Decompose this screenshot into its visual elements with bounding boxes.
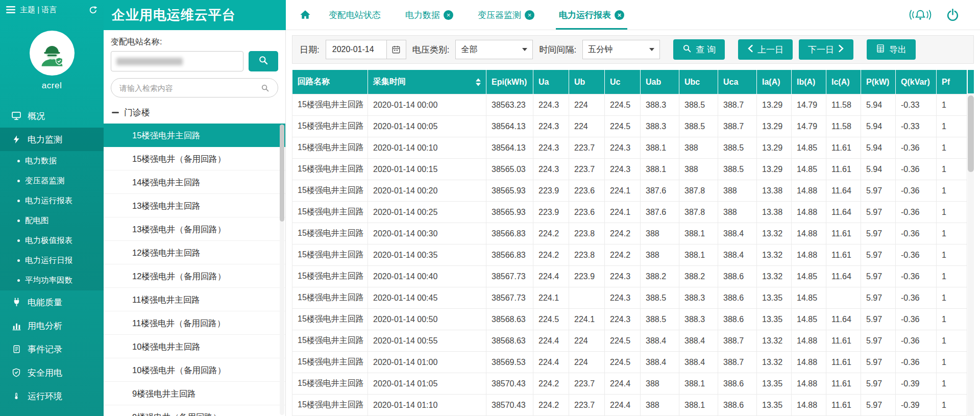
cell-ia: 13.32 xyxy=(757,223,792,244)
cell-ub: 223.7 xyxy=(569,159,605,180)
tree-filter-input[interactable] xyxy=(119,84,261,92)
cell-ub: 223.7 xyxy=(569,137,605,159)
cell-ubc: 388.3 xyxy=(679,309,718,330)
station-search-button[interactable] xyxy=(249,51,278,71)
cell-epi: 38565.93 xyxy=(486,202,533,223)
cell-uc: 224.3 xyxy=(605,137,641,159)
tree-item-circuit[interactable]: 9楼强电井（备用回路） xyxy=(104,405,285,416)
cell-q: -0.36 xyxy=(896,137,937,159)
sidebar-subitem[interactable]: 变压器监测 xyxy=(0,171,104,191)
tab-bar: 变配电站状态 电力数据 变压器监测 电力运行报表 xyxy=(286,0,980,30)
sidebar-item-label: 电力监测 xyxy=(28,134,62,145)
tab-power-report[interactable]: 电力运行报表 xyxy=(556,0,627,30)
cell-uab: 387.6 xyxy=(641,180,679,202)
sidebar-subitem[interactable]: 电力运行报表 xyxy=(0,191,104,211)
tree-item-circuit[interactable]: 13楼强电井主回路 xyxy=(104,194,285,217)
tree-item-circuit[interactable]: 10楼强电井主回路 xyxy=(104,335,285,358)
tree-item-circuit[interactable]: 11楼强电井（备用回路） xyxy=(104,311,285,335)
cell-ia: 13.38 xyxy=(757,202,792,223)
cell-ib: 14.85 xyxy=(792,137,826,159)
cell-ua: 224.4 xyxy=(533,266,569,287)
sidebar-subitem[interactable]: 电力数据 xyxy=(0,151,104,171)
sidebar-item-usage-analysis[interactable]: 用电分析 xyxy=(0,314,104,337)
tree-root-node[interactable]: 门诊楼 xyxy=(104,101,285,124)
tree-item-circuit[interactable]: 9楼强电井主回路 xyxy=(104,382,285,405)
cell-ub: 223.7 xyxy=(569,395,605,416)
cell-epi: 38568.63 xyxy=(486,309,533,330)
tab-transformer-monitoring[interactable]: 变压器监测 xyxy=(475,0,537,30)
sidebar-item-safety[interactable]: 安全用电 xyxy=(0,361,104,384)
cell-ubc: 387.8 xyxy=(679,180,718,202)
tree-item-circuit[interactable]: 11楼强电井主回路 xyxy=(104,288,285,311)
home-icon[interactable] xyxy=(299,9,311,20)
tree-item-circuit[interactable]: 15楼强电井（备用回路） xyxy=(104,147,285,170)
prev-day-button[interactable]: 上一日 xyxy=(738,39,793,60)
cell-p: 5.94 xyxy=(861,159,896,180)
date-input[interactable]: 2020-01-14 xyxy=(326,45,386,54)
theme-language-link[interactable]: 主题 | 语言 xyxy=(20,5,57,15)
cell-q: -0.36 xyxy=(896,244,937,266)
cell-uab: 388.5 xyxy=(641,309,679,330)
sidebar-subitem[interactable]: 平均功率因数 xyxy=(0,271,104,290)
cell-ic: 11.61 xyxy=(826,137,861,159)
station-name-input[interactable] xyxy=(111,51,243,71)
tree-item-circuit[interactable]: 12楼强电井（备用回路） xyxy=(104,264,285,288)
table-scrollbar-thumb[interactable] xyxy=(968,95,974,172)
tree-scrollbar-thumb[interactable] xyxy=(280,125,284,222)
cell-ubc: 388.1 xyxy=(679,373,718,395)
tab-power-data[interactable]: 电力数据 xyxy=(402,0,456,30)
table-row: 15楼强电井主回路 2020-01-14 00:40 38567.73 224.… xyxy=(292,266,967,287)
sidebar-subitem[interactable]: 配电图 xyxy=(0,211,104,231)
close-icon[interactable] xyxy=(525,10,534,20)
table-row: 15楼强电井主回路 2020-01-14 00:55 38568.63 224.… xyxy=(292,330,967,352)
sidebar-subitem[interactable]: 电力运行日报 xyxy=(0,251,104,271)
calendar-icon[interactable] xyxy=(386,40,406,59)
cell-ua: 224.4 xyxy=(533,352,569,373)
cell-q: -0.33 xyxy=(896,116,937,137)
sort-icon[interactable] xyxy=(476,78,481,86)
sidebar-item-power-quality[interactable]: 电能质量 xyxy=(0,290,104,314)
cell-ua: 223.9 xyxy=(533,180,569,202)
cell-uc: 224.2 xyxy=(605,223,641,244)
tree-item-circuit[interactable]: 14楼强电井主回路 xyxy=(104,170,285,194)
broadcast-bell-icon[interactable] xyxy=(909,8,932,22)
cell-uca: 388.4 xyxy=(718,223,757,244)
voltage-type-select[interactable]: 全部 xyxy=(455,40,533,59)
app-root: 主题 | 语言 acrel 概况 xyxy=(0,0,980,416)
cell-uca: 388.7 xyxy=(718,352,757,373)
interval-select[interactable]: 五分钟 xyxy=(582,40,660,59)
tree-item-circuit[interactable]: 10楼强电井（备用回路） xyxy=(104,358,285,382)
next-day-button[interactable]: 下一日 xyxy=(799,39,853,60)
username: acrel xyxy=(0,81,104,91)
col-collect-time[interactable]: 采集时间 xyxy=(368,70,486,94)
sidebar-item-overview[interactable]: 概况 xyxy=(0,104,104,128)
tree-item-circuit[interactable]: 13楼强电井（备用回路） xyxy=(104,217,285,241)
bullet-icon xyxy=(17,200,20,202)
close-icon[interactable] xyxy=(615,10,624,20)
tree-item-circuit[interactable]: 12楼强电井主回路 xyxy=(104,241,285,264)
cell-ua: 224.2 xyxy=(533,373,569,395)
cell-circuit-name: 15楼强电井主回路 xyxy=(292,330,368,352)
cell-p: 5.97 xyxy=(861,309,896,330)
query-button[interactable]: 查 询 xyxy=(673,39,725,60)
cell-ua: 224.2 xyxy=(533,395,569,416)
sidebar-item-power-monitoring[interactable]: 电力监测 xyxy=(0,128,104,151)
collapse-icon[interactable] xyxy=(112,112,119,113)
col-pf: Pf xyxy=(937,70,967,94)
sidebar-item-environment[interactable]: 运行环境 xyxy=(0,384,104,408)
hamburger-menu-icon[interactable] xyxy=(6,6,15,13)
export-button[interactable]: 导出 xyxy=(867,39,916,60)
col-uab: Uab xyxy=(641,70,679,94)
col-uca: Uca xyxy=(718,70,757,94)
sidebar-subitem[interactable]: 电力极值报表 xyxy=(0,231,104,251)
power-off-icon[interactable] xyxy=(946,8,960,22)
cell-circuit-name: 15楼强电井主回路 xyxy=(292,94,368,116)
tree-item-circuit[interactable]: 15楼强电井主回路 xyxy=(104,124,285,147)
sidebar-item-event-log[interactable]: 事件记录 xyxy=(0,337,104,361)
tab-station-status[interactable]: 变配电站状态 xyxy=(326,0,384,30)
cell-ubc: 388.1 xyxy=(679,244,718,266)
cell-collect-time: 2020-01-14 00:25 xyxy=(368,202,486,223)
refresh-icon[interactable] xyxy=(89,6,97,14)
environment-icon xyxy=(11,391,21,401)
close-icon[interactable] xyxy=(444,10,453,20)
